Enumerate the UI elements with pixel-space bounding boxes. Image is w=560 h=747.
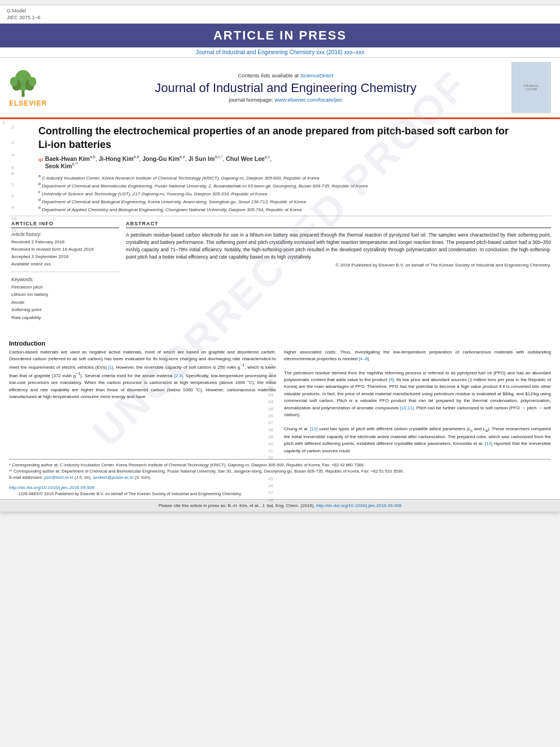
abstract-copyright: © 2016 Published by Elsevier B.V. on beh… <box>126 263 551 268</box>
journal-issue-subtitle: Journal of Industrial and Engineering Ch… <box>0 47 560 58</box>
received-date: Received 2 February 2016 <box>11 239 119 246</box>
affiliation-e: e Department of Applied Chemistry and Bi… <box>38 205 522 213</box>
article-title: Controlling the electrochemical properti… <box>38 125 522 151</box>
journal-header: ELSEVIER Contents lists available at Sci… <box>0 58 560 119</box>
affiliation-a: a C-Industry Incubation Center, Korea Re… <box>38 173 522 181</box>
abstract-text: A petroleum residue-based carbon electro… <box>126 231 551 260</box>
keyword-1: Petroleum pitch <box>11 283 119 291</box>
keyword-2: Lithium ion battery <box>11 291 119 299</box>
homepage-link[interactable]: www.elsevier.com/locate/jiec <box>274 97 342 103</box>
affiliation-b: b Department of Chemical and Biomolecula… <box>38 181 522 189</box>
journal-homepage: journal homepage: www.elsevier.com/locat… <box>65 97 506 103</box>
affiliation-d: d Department of Chemical and Biological … <box>38 197 522 205</box>
article-in-press-banner: ARTICLE IN PRESS <box>0 24 560 47</box>
line-1: 1 <box>2 119 5 130</box>
footnote-1: * Corresponding author at: C-Industry In… <box>9 462 551 468</box>
keyword-3: Anode <box>11 299 119 307</box>
sciencedirect-link[interactable]: ScienceDirect <box>300 72 334 78</box>
accepted-date: Accepted 3 September 2016 <box>11 254 119 261</box>
footnote-email: E-mail addresses: jsim@krict.re.kr (J.S.… <box>9 474 551 480</box>
footnote-2: ** Corresponding author at: Department o… <box>9 468 551 474</box>
authors-line: q1 Baek-Hwan Kima,b, Ji-Hong Kima,d, Jon… <box>38 155 522 169</box>
citation-link[interactable]: http://dx.doi.org/10.1016/j.jiec.2016.09… <box>316 503 401 508</box>
footnotes-section: * Corresponding author at: C-Industry In… <box>9 459 551 481</box>
keyword-4: Softening point <box>11 306 119 314</box>
available-date: Available online xxx <box>11 261 119 268</box>
affiliation-c: c University of Science and Technology (… <box>38 189 522 197</box>
contents-line: Contents lists available at ScienceDirec… <box>65 72 506 78</box>
elsevier-wordmark: ELSEVIER <box>9 99 47 107</box>
elsevier-logo: ELSEVIER <box>9 68 60 107</box>
doi-link[interactable]: http://dx.doi.org/10.1016/j.jiec.2016.09… <box>9 485 551 490</box>
article-info-panel: ARTICLE INFO Article history: Received 2… <box>9 221 119 321</box>
journal-title-block: Contents lists available at ScienceDirec… <box>65 72 506 103</box>
intro-left-col: Carbon-based materials are used as negat… <box>9 349 276 455</box>
keyword-5: Rate capability <box>11 314 119 322</box>
citation-bar: Please cite this article in press as: B.… <box>0 499 560 512</box>
svg-point-5 <box>29 77 36 86</box>
keywords-label: Keywords: <box>11 277 119 282</box>
citation-text: Please cite this article in press as: B.… <box>159 503 315 508</box>
doi-copyright: 1226-086X/© 2016 Published by Elsevier B… <box>9 490 551 497</box>
abstract-panel: ABSTRACT A petroleum residue-based carbo… <box>126 221 551 321</box>
model-info: G Model JIEC 3075 1–6 <box>7 8 41 21</box>
journal-title: Journal of Industrial and Engineering Ch… <box>65 81 506 95</box>
svg-point-4 <box>10 77 18 86</box>
top-bar: G Model JIEC 3075 1–6 <box>0 6 560 24</box>
introduction-heading: Introduction <box>9 340 551 347</box>
history-label: Article history: <box>11 231 119 237</box>
journal-cover-image: JOURNALCOVER <box>511 62 551 113</box>
abstract-header: ABSTRACT <box>126 221 551 228</box>
article-info-header: ARTICLE INFO <box>11 221 119 228</box>
revised-date: Received in revised form 16 August 2016 <box>11 246 119 254</box>
doi-section: http://dx.doi.org/10.1016/j.jiec.2016.09… <box>0 483 560 499</box>
intro-right-col: 272829 3031323334 3536373839404142 43444… <box>284 349 551 455</box>
